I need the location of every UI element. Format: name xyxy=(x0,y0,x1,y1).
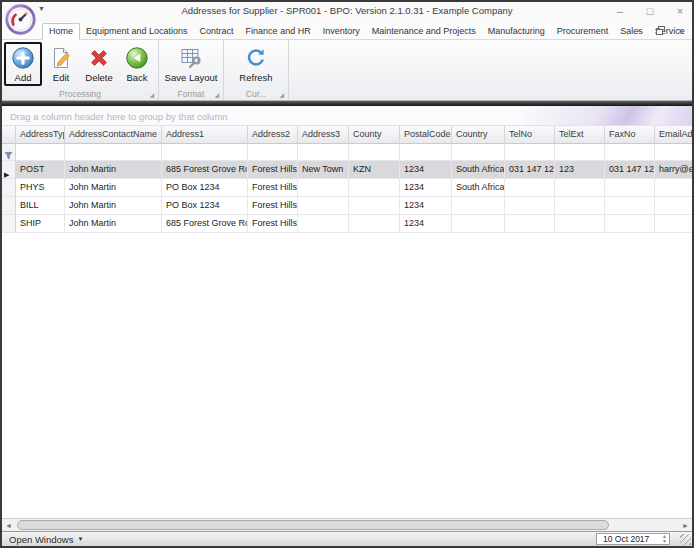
cell-county[interactable]: KZN xyxy=(349,161,400,179)
scroll-right-icon[interactable]: ► xyxy=(679,520,692,531)
add-button[interactable]: Add xyxy=(4,42,42,86)
cell-address1[interactable]: 685 Forest Grove Road xyxy=(162,215,248,233)
column-header-county[interactable]: County xyxy=(349,126,400,144)
cell-emailaddress[interactable]: harry@em xyxy=(655,161,692,179)
cell-country[interactable] xyxy=(452,215,505,233)
cell-address1[interactable]: 685 Forest Grove Road xyxy=(162,161,248,179)
tab-equipment-and-locations[interactable]: Equipment and Locations xyxy=(80,24,194,39)
column-header-telext[interactable]: TelExt xyxy=(555,126,605,144)
tab-inventory[interactable]: Inventory xyxy=(317,24,366,39)
cell-addresstype[interactable]: BILL xyxy=(16,197,65,215)
cell-postalcode[interactable]: 1234 xyxy=(400,197,452,215)
tab-home[interactable]: Home xyxy=(42,23,80,40)
cell-faxno[interactable] xyxy=(605,179,655,197)
cell-emailaddress[interactable] xyxy=(655,197,692,215)
filter-cell-address1[interactable] xyxy=(162,144,248,161)
filter-cell-address3[interactable] xyxy=(298,144,349,161)
column-header-address3[interactable]: Address3 xyxy=(298,126,349,144)
cell-addresscontactname[interactable]: John Martin xyxy=(65,197,162,215)
cell-telext[interactable]: 123 xyxy=(555,161,605,179)
cell-telext[interactable] xyxy=(555,197,605,215)
cell-country[interactable]: South Africa xyxy=(452,161,505,179)
cell-faxno[interactable]: 031 147 1212 xyxy=(605,161,655,179)
filter-cell-telext[interactable] xyxy=(555,144,605,161)
cell-addresscontactname[interactable]: John Martin xyxy=(65,215,162,233)
filter-cell-emailaddress[interactable] xyxy=(655,144,692,161)
back-button[interactable]: Back xyxy=(118,42,156,86)
cell-address2[interactable]: Forest Hills xyxy=(248,179,298,197)
cell-telno[interactable] xyxy=(505,197,555,215)
cell-addresscontactname[interactable]: John Martin xyxy=(65,161,162,179)
column-header-emailaddress[interactable]: EmailAddress xyxy=(655,126,692,144)
cell-address2[interactable]: Forest Hills xyxy=(248,197,298,215)
delete-button[interactable]: Delete xyxy=(80,42,118,86)
date-picker[interactable]: 10 Oct 2017 ▲ ▼ xyxy=(596,533,670,545)
filter-cell-country[interactable] xyxy=(452,144,505,161)
filter-cell-county[interactable] xyxy=(349,144,400,161)
tab-maintenance-and-projects[interactable]: Maintenance and Projects xyxy=(366,24,482,39)
filter-cell-telno[interactable] xyxy=(505,144,555,161)
refresh-button[interactable]: Refresh xyxy=(226,42,286,86)
cell-county[interactable] xyxy=(349,179,400,197)
save-layout-button[interactable]: Save Layout xyxy=(161,42,221,86)
cell-address3[interactable]: New Town xyxy=(298,161,349,179)
cell-country[interactable] xyxy=(452,197,505,215)
table-row-post[interactable]: ▶POSTJohn Martin685 Forest Grove RoadFor… xyxy=(2,161,692,179)
open-windows-button[interactable]: Open Windows ▼ xyxy=(9,534,83,545)
table-row-bill[interactable]: BILLJohn MartinPO Box 1234Forest Hills12… xyxy=(2,197,692,215)
filter-cell-faxno[interactable] xyxy=(605,144,655,161)
column-header-addresscontactname[interactable]: AddressContactName xyxy=(65,126,162,144)
cell-telext[interactable] xyxy=(555,179,605,197)
cell-address3[interactable] xyxy=(298,215,349,233)
mdi-close-icon[interactable]: × xyxy=(675,25,687,36)
mdi-minimize-icon[interactable]: – xyxy=(633,25,645,36)
resize-grip[interactable] xyxy=(680,534,691,545)
column-header-addresstype[interactable]: AddressType xyxy=(16,126,65,144)
cell-telext[interactable] xyxy=(555,215,605,233)
tab-manufacturing[interactable]: Manufacturing xyxy=(482,24,551,39)
cell-address2[interactable]: Forest Hills xyxy=(248,215,298,233)
column-header-faxno[interactable]: FaxNo xyxy=(605,126,655,144)
cell-address3[interactable] xyxy=(298,179,349,197)
table-row-phys[interactable]: PHYSJohn MartinPO Box 1234Forest Hills12… xyxy=(2,179,692,197)
cell-emailaddress[interactable] xyxy=(655,179,692,197)
cell-postalcode[interactable]: 1234 xyxy=(400,179,452,197)
filter-cell-addresscontactname[interactable] xyxy=(65,144,162,161)
cell-faxno[interactable] xyxy=(605,197,655,215)
horizontal-scrollbar[interactable]: ◄ ► xyxy=(2,518,692,531)
filter-cell-postalcode[interactable] xyxy=(400,144,452,161)
cell-addresstype[interactable]: SHIP xyxy=(16,215,65,233)
column-header-address1[interactable]: Address1 xyxy=(162,126,248,144)
column-header-telno[interactable]: TelNo xyxy=(505,126,555,144)
cell-postalcode[interactable]: 1234 xyxy=(400,215,452,233)
cell-postalcode[interactable]: 1234 xyxy=(400,161,452,179)
cell-address3[interactable] xyxy=(298,197,349,215)
maximize-icon[interactable]: □ xyxy=(642,3,658,19)
cell-addresstype[interactable]: POST xyxy=(16,161,65,179)
cell-address2[interactable]: Forest Hills xyxy=(248,161,298,179)
column-header-country[interactable]: Country xyxy=(452,126,505,144)
cell-county[interactable] xyxy=(349,197,400,215)
column-header-address2[interactable]: Address2 xyxy=(248,126,298,144)
cell-telno[interactable]: 031 147 1234 xyxy=(505,161,555,179)
mdi-restore-icon[interactable] xyxy=(654,25,666,36)
cell-emailaddress[interactable] xyxy=(655,215,692,233)
cell-county[interactable] xyxy=(349,215,400,233)
scrollbar-thumb[interactable] xyxy=(17,520,609,530)
group-dialog-launcher-icon[interactable]: ◢ xyxy=(279,91,284,98)
column-header-postalcode[interactable]: PostalCode xyxy=(400,126,452,144)
filter-cell-address2[interactable] xyxy=(248,144,298,161)
close-icon[interactable]: × xyxy=(672,3,688,19)
cell-telno[interactable] xyxy=(505,179,555,197)
tab-procurement[interactable]: Procurement xyxy=(551,24,615,39)
cell-faxno[interactable] xyxy=(605,215,655,233)
tab-finance-and-hr[interactable]: Finance and HR xyxy=(240,24,317,39)
filter-cell-addresstype[interactable] xyxy=(16,144,65,161)
cell-addresstype[interactable]: PHYS xyxy=(16,179,65,197)
table-row-ship[interactable]: SHIPJohn Martin685 Forest Grove RoadFore… xyxy=(2,215,692,233)
group-dialog-launcher-icon[interactable]: ◢ xyxy=(149,91,154,98)
minimize-icon[interactable]: – xyxy=(612,3,628,19)
edit-button[interactable]: Edit xyxy=(42,42,80,86)
cell-address1[interactable]: PO Box 1234 xyxy=(162,179,248,197)
cell-address1[interactable]: PO Box 1234 xyxy=(162,197,248,215)
